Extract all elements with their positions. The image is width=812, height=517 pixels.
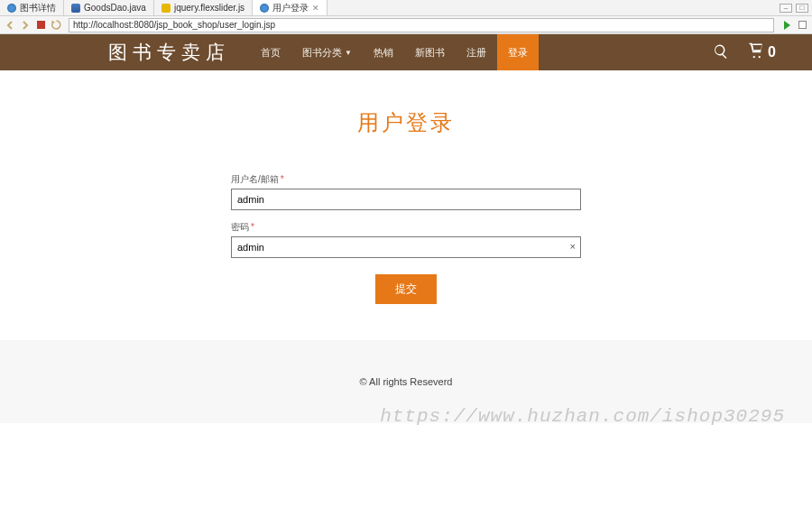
- tab-label: 用户登录: [272, 2, 309, 14]
- page-body: 用户登录 用户名/邮箱* 密码* × 提交: [0, 70, 812, 340]
- refresh-button[interactable]: [50, 19, 62, 32]
- login-form: 用户名/邮箱* 密码* × 提交: [231, 173, 581, 304]
- password-input[interactable]: [231, 236, 581, 258]
- nav-item-login[interactable]: 登录: [497, 34, 539, 70]
- username-label: 用户名/邮箱*: [231, 173, 581, 186]
- ide-tab-bar: 图书详情 GoodsDao.java jquery.flexslider.js …: [0, 0, 812, 16]
- options-button[interactable]: [796, 19, 808, 32]
- nav-item-register[interactable]: 注册: [456, 34, 497, 70]
- nav-item-hot[interactable]: 热销: [363, 34, 404, 70]
- ide-tab[interactable]: jquery.flexslider.js: [154, 0, 253, 15]
- ide-tab[interactable]: GoodsDao.java: [64, 0, 154, 15]
- ide-browser-toolbar: [0, 16, 812, 34]
- footer-text: © All rights Reseverd: [360, 376, 453, 387]
- cart-icon: [747, 42, 765, 62]
- search-icon[interactable]: [713, 43, 729, 62]
- tab-label: 图书详情: [20, 2, 56, 14]
- world-icon: [260, 4, 269, 13]
- required-mark: *: [281, 174, 284, 184]
- password-label: 密码*: [231, 221, 581, 234]
- tab-label: jquery.flexslider.js: [174, 3, 245, 13]
- username-input[interactable]: [231, 189, 581, 210]
- nav-item-home[interactable]: 首页: [250, 34, 291, 70]
- ide-window-controls: – □: [780, 4, 808, 13]
- nav-links: 首页 图书分类▼ 热销 新图书 注册 登录: [250, 34, 539, 70]
- url-input[interactable]: [69, 18, 774, 32]
- required-mark: *: [251, 222, 254, 232]
- cart-count: 0: [768, 44, 776, 60]
- minimize-button[interactable]: –: [780, 4, 792, 13]
- go-button[interactable]: [780, 19, 793, 32]
- world-icon: [7, 4, 16, 13]
- back-button[interactable]: [4, 19, 16, 32]
- cart-button[interactable]: 0: [747, 42, 776, 62]
- watermark: https://www.huzhan.com/ishop30295: [380, 406, 785, 427]
- ide-tab-active[interactable]: 用户登录 ✕: [253, 0, 328, 15]
- page-title: 用户登录: [0, 108, 812, 137]
- java-icon: [71, 4, 80, 13]
- close-icon[interactable]: ✕: [312, 4, 319, 13]
- js-icon: [161, 4, 171, 13]
- submit-button[interactable]: 提交: [375, 274, 437, 304]
- svg-rect-0: [37, 21, 45, 29]
- forward-button[interactable]: [19, 19, 32, 32]
- clear-icon[interactable]: ×: [570, 241, 576, 252]
- nav-item-new[interactable]: 新图书: [404, 34, 456, 70]
- nav-item-category[interactable]: 图书分类▼: [291, 34, 363, 70]
- tab-label: GoodsDao.java: [84, 3, 146, 13]
- site-navbar: 图书专卖店 首页 图书分类▼ 热销 新图书 注册 登录 0: [0, 34, 812, 70]
- ide-tab[interactable]: 图书详情: [0, 0, 64, 15]
- stop-button[interactable]: [34, 19, 47, 32]
- site-brand[interactable]: 图书专卖店: [0, 40, 243, 65]
- maximize-button[interactable]: □: [796, 4, 808, 13]
- chevron-down-icon: ▼: [345, 49, 352, 57]
